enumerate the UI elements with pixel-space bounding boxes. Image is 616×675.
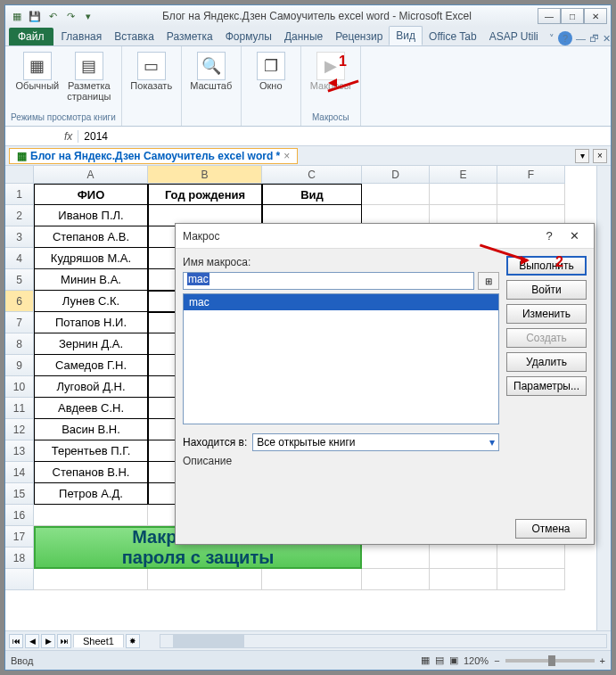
btn-page-layout[interactable]: ▤Разметка страницы [65,48,113,102]
cell-name[interactable]: Луговой Д.Н. [34,376,148,398]
row-header[interactable]: 15 [5,483,34,505]
undo-icon[interactable]: ↶ [45,8,61,24]
row-header[interactable]: 8 [5,333,34,355]
zoom-level[interactable]: 120% [464,655,489,666]
sheet-nav-last-icon[interactable]: ⏭ [57,634,71,648]
tab-formulas[interactable]: Формулы [219,28,278,45]
zoom-in-icon[interactable]: + [600,655,605,666]
row-header[interactable]: 6 [5,291,34,312]
col-header-a[interactable]: A [34,166,148,184]
cell[interactable] [34,569,148,590]
horizontal-scrollbar[interactable] [160,634,607,648]
maximize-button[interactable]: □ [561,8,584,24]
cell-name[interactable]: Степанов А.В. [34,226,148,248]
btn-window[interactable]: ❐Окно [247,48,295,91]
qat-dropdown-icon[interactable]: ▾ [80,8,96,24]
row-header[interactable]: 14 [5,462,34,483]
btn-normal-view[interactable]: ▦Обычный [13,48,62,91]
cell[interactable] [430,569,497,590]
cell-name[interactable]: Минин В.А. [34,269,148,291]
btn-macros[interactable]: ▶Макросы [307,48,355,91]
tab-layout[interactable]: Разметка [160,28,219,45]
sheet-nav-first-icon[interactable]: ⏮ [9,634,23,648]
macro-list[interactable]: mac [183,293,499,424]
row-header[interactable]: 11 [5,398,34,419]
dialog-help-icon[interactable]: ? [537,227,562,245]
row-header[interactable]: 17 [5,526,34,547]
row-header[interactable]: 9 [5,355,34,376]
new-sheet-icon[interactable]: ✸ [126,634,140,648]
view-break-icon[interactable]: ▣ [449,654,458,666]
tab-home[interactable]: Главная [55,28,109,45]
reference-icon[interactable]: ⊞ [478,272,499,290]
doc-restore-icon[interactable]: 🗗 [589,33,599,44]
col-header-c[interactable]: C [262,166,362,184]
location-select[interactable]: Все открытые книги ▾ [252,433,499,451]
header-year[interactable]: Год рождения [148,184,262,205]
row-header[interactable]: 1 [5,184,34,205]
view-layout-icon[interactable]: ▤ [435,654,444,666]
tab-insert[interactable]: Вставка [108,28,160,45]
doc-close-icon[interactable]: ✕ [603,33,611,45]
delete-button[interactable]: Удалить [506,352,587,372]
cell-name[interactable]: Иванов П.Л. [34,205,148,226]
col-header-b[interactable]: B [148,166,262,184]
tab-view[interactable]: Вид [389,26,423,45]
cell[interactable] [262,569,362,590]
tab-data[interactable]: Данные [278,28,329,45]
cell[interactable] [362,184,430,205]
col-header-d[interactable]: D [362,166,430,184]
macro-name-input[interactable]: mac [183,272,474,290]
macro-list-item[interactable]: mac [184,294,498,310]
btn-zoom[interactable]: 🔍Масштаб [187,48,235,91]
cell[interactable] [362,569,430,590]
row-header[interactable]: 7 [5,312,34,333]
row-header[interactable] [5,569,34,590]
col-header-e[interactable]: E [430,166,497,184]
cancel-button[interactable]: Отмена [515,519,587,539]
row-header[interactable]: 2 [5,205,34,226]
cell[interactable] [430,184,497,205]
ribbon-minimize-icon[interactable]: ˅ [549,33,554,45]
tab-officetab[interactable]: Office Tab [423,28,483,45]
vertical-scrollbar[interactable] [596,166,611,630]
formula-input[interactable]: 2014 [78,130,611,143]
dialog-close-icon[interactable]: ✕ [562,227,587,245]
select-all-corner[interactable] [5,166,34,184]
btn-show[interactable]: ▭Показать [127,48,176,91]
cell-name[interactable]: Кудряшов М.А. [34,248,148,269]
edit-button[interactable]: Изменить [506,304,587,324]
zoom-slider[interactable] [505,659,595,663]
row-header[interactable]: 5 [5,269,34,291]
row-header[interactable]: 16 [5,505,34,526]
cell-name[interactable]: Потапов Н.И. [34,312,148,333]
help-icon[interactable]: ? [558,31,572,45]
cell[interactable] [497,184,565,205]
tab-asap[interactable]: ASAP Utili [483,28,545,45]
cell[interactable] [148,569,262,590]
step-button[interactable]: Войти [506,280,587,300]
row-header[interactable]: 10 [5,376,34,398]
header-type[interactable]: Вид [262,184,362,205]
cell[interactable] [497,569,565,590]
cell-name[interactable]: Терентьев П.Г. [34,440,148,462]
cell-name[interactable]: Зернин Д.А. [34,333,148,355]
sheet-nav-prev-icon[interactable]: ◀ [25,634,39,648]
cell[interactable] [34,505,148,526]
document-tab[interactable]: ▦ Блог на Яндекс.Дзен Самоучитель excel … [9,148,298,164]
row-header[interactable]: 3 [5,226,34,248]
minimize-button[interactable]: — [538,8,561,24]
cell-name[interactable]: Лунев С.К. [34,291,148,312]
col-header-f[interactable]: F [497,166,565,184]
tab-review[interactable]: Рецензир [329,28,389,45]
header-fio[interactable]: ФИО [34,184,148,205]
cell-name[interactable]: Петров А.Д. [34,483,148,505]
doc-minimize-icon[interactable]: — [576,33,586,44]
close-button[interactable]: ✕ [584,8,607,24]
row-header[interactable]: 18 [5,547,34,569]
row-header[interactable]: 4 [5,248,34,269]
cell-name[interactable]: Степанов В.Н. [34,462,148,483]
row-header[interactable]: 12 [5,419,34,440]
redo-icon[interactable]: ↷ [62,8,78,24]
run-button[interactable]: Выполнить [506,256,587,276]
